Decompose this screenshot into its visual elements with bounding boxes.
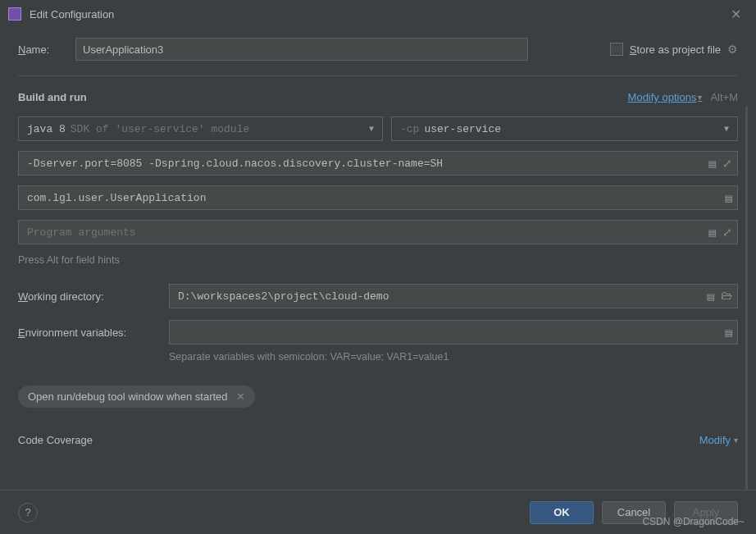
main-class-value: com.lgl.user.UserApplication (27, 192, 206, 204)
expand-history-icon[interactable]: ▤ (726, 191, 732, 205)
store-checkbox[interactable] (610, 43, 623, 56)
expand-icon[interactable]: ⤢ (722, 157, 732, 171)
divider (18, 75, 738, 76)
expand-history-icon[interactable]: ▤ (709, 226, 716, 240)
store-as-project-group: Store as project file ⚙ (610, 43, 738, 56)
vm-options-value: -Dserver.port=8085 -Dspring.cloud.nacos.… (27, 157, 443, 170)
chip-label: Open run/debug tool window when started (28, 390, 228, 403)
program-arguments-input[interactable]: Program arguments ▤ ⤢ (18, 220, 738, 244)
close-icon[interactable]: ✕ (724, 3, 748, 25)
classpath-select[interactable]: -cp user-service ▼ (391, 116, 738, 141)
store-label: Store as project file (630, 43, 721, 56)
program-arguments-placeholder: Program arguments (27, 226, 136, 239)
name-label: Name: (18, 43, 75, 56)
chevron-down-icon: ▼ (369, 125, 374, 134)
folder-icon[interactable]: 🗁 (721, 290, 732, 304)
open-tool-window-chip[interactable]: Open run/debug tool window when started … (18, 386, 255, 408)
titlebar: Edit Configuration ✕ (0, 0, 756, 28)
code-coverage-title: Code Coverage (18, 434, 93, 446)
code-coverage-header: Code Coverage Modify ▾ (18, 434, 738, 446)
modify-options-label: Modify options (628, 91, 697, 103)
coverage-modify-label: Modify (699, 434, 731, 446)
env-variables-input[interactable]: ▤ (169, 320, 738, 345)
env-variables-row: Environment variables: ▤ (18, 320, 738, 345)
chevron-down-icon: ▾ (734, 436, 738, 445)
working-directory-label: Working directory: (18, 290, 169, 303)
working-directory-row: Working directory: D:\workspaces2\projec… (18, 284, 738, 308)
gear-icon[interactable]: ⚙ (727, 43, 738, 56)
expand-history-icon[interactable]: ▤ (709, 157, 716, 171)
chip-remove-icon[interactable]: ✕ (236, 390, 245, 403)
window-title: Edit Configuration (30, 8, 724, 21)
name-input[interactable] (75, 38, 528, 61)
ok-button[interactable]: OK (530, 501, 594, 524)
classpath-prefix: -cp (400, 123, 419, 135)
build-run-header: Build and run Modify options ▾ Alt+M (18, 91, 738, 103)
modify-options-shortcut: Alt+M (710, 91, 738, 103)
sdk-select[interactable]: java 8 SDK of 'user-service' module ▼ (18, 116, 383, 141)
vm-options-input[interactable]: -Dserver.port=8085 -Dspring.cloud.nacos.… (18, 151, 738, 176)
footer-buttons: OK Cancel Apply (530, 501, 738, 524)
dialog-content: Name: Store as project file ⚙ Build and … (0, 28, 756, 487)
classpath-value: user-service (424, 123, 501, 135)
working-directory-input[interactable]: D:\workspaces2\project\cloud-demo ▤ 🗁 (169, 284, 738, 308)
chevron-down-icon: ▾ (698, 93, 702, 102)
name-row: Name: Store as project file ⚙ (18, 38, 738, 61)
scrollbar[interactable] (745, 106, 748, 508)
cancel-button[interactable]: Cancel (602, 501, 666, 524)
dialog-footer: ? OK Cancel Apply (0, 490, 756, 534)
env-variables-label: Environment variables: (18, 326, 169, 339)
coverage-modify-link[interactable]: Modify ▾ (699, 434, 738, 446)
main-class-input[interactable]: com.lgl.user.UserApplication ▤ (18, 185, 738, 210)
working-directory-value: D:\workspaces2\project\cloud-demo (178, 290, 389, 303)
chevron-down-icon: ▼ (724, 125, 729, 134)
apply-button[interactable]: Apply (674, 501, 738, 524)
list-icon[interactable]: ▤ (726, 326, 732, 340)
expand-icon[interactable]: ⤢ (722, 226, 732, 240)
sdk-suffix: SDK of 'user-service' module (71, 123, 249, 135)
modify-options-link[interactable]: Modify options ▾ (628, 91, 703, 103)
app-icon (8, 7, 21, 21)
sdk-prefix: java 8 (27, 123, 66, 135)
sdk-classpath-row: java 8 SDK of 'user-service' module ▼ -c… (18, 116, 738, 141)
env-help-text: Separate variables with semicolon: VAR=v… (169, 351, 738, 363)
expand-history-icon[interactable]: ▤ (708, 290, 714, 304)
help-button[interactable]: ? (18, 503, 38, 523)
field-hint: Press Alt for field hints (18, 254, 738, 266)
build-run-title: Build and run (18, 91, 87, 103)
